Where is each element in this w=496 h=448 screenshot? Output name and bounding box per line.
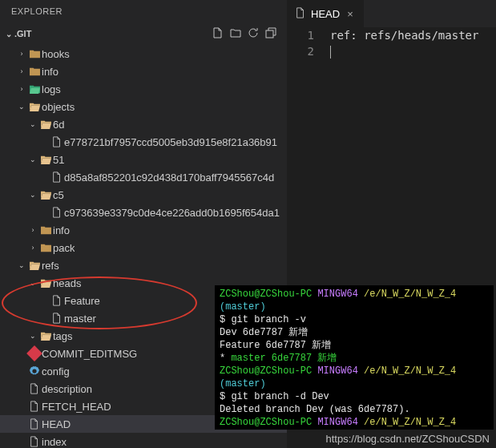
folder-open-icon [38, 155, 53, 165]
terminal-line: * master 6de7787 新增 [220, 352, 489, 365]
file-icon [50, 313, 64, 324]
tree-item-label: c5 [53, 189, 64, 201]
folder-icon [27, 49, 42, 59]
terminal-line: ZCShou@ZCShou-PC MINGW64 /e/N_W_Z/N_W_Z_… [220, 288, 489, 313]
tree-item-label: c973639e3379c0de4ce226add0b1695f654da1 [64, 207, 280, 219]
folder-open-icon [38, 278, 53, 289]
terminal-line: ZCShou@ZCShou-PC MINGW64 /e/N_W_Z/N_W_Z_… [220, 416, 489, 430]
chevron-down-icon: ⌄ [27, 120, 38, 128]
chevron-down-icon: ⌄ [27, 191, 38, 199]
tree-file-index[interactable]: index [0, 433, 287, 448]
section-header[interactable]: ⌄ .GIT [0, 24, 287, 43]
chevron-down-icon: ⌄ [16, 103, 27, 111]
folder-icon [38, 243, 53, 253]
tree-item-label: pack [53, 242, 75, 254]
git-commit-icon [27, 348, 42, 359]
tree-file-e778721bf7957ccd5005eb3d915e8f21a36b91[interactable]: e778721bf7957ccd5005eb3d915e8f21a36b91 [0, 133, 287, 151]
tree-item-label: 51 [53, 154, 64, 166]
tree-item-label: tags [53, 330, 73, 342]
tree-folder-pack[interactable]: ›pack [0, 239, 287, 256]
file-icon [27, 418, 42, 430]
folder-open-icon [38, 190, 53, 200]
tree-item-label: info [42, 66, 58, 78]
tree-item-label: logs [42, 83, 61, 95]
chevron-down-icon: ⌄ [27, 332, 38, 340]
tree-folder-info[interactable]: ›info [0, 221, 287, 239]
folder-open-icon [27, 102, 42, 112]
tree-item-label: objects [42, 101, 75, 113]
chevron-right-icon: › [27, 226, 38, 234]
file-icon [27, 383, 42, 394]
tree-item-label: COMMIT_EDITMSG [42, 348, 137, 360]
tree-folder-c5[interactable]: ⌄c5 [0, 186, 287, 204]
terminal-line: $ git branch -v [220, 313, 489, 326]
terminal-line: ZCShou@ZCShou-PC MINGW64 /e/N_W_Z/N_W_Z_… [220, 365, 489, 390]
gear-icon [27, 365, 42, 377]
folder-open-icon [38, 119, 53, 130]
tree-item-label: refs [42, 260, 59, 272]
new-folder-icon[interactable] [229, 26, 242, 41]
terminal-line: $ git branch -d Dev [220, 390, 489, 403]
chevron-right-icon: › [16, 50, 27, 58]
line-gutter: 1 2 [287, 27, 322, 59]
tree-folder-hooks[interactable]: ›hooks [0, 45, 287, 63]
explorer-title: EXPLORER [0, 0, 287, 24]
tree-item-label: FETCH_HEAD [42, 401, 111, 413]
section-name: .GIT [14, 29, 212, 38]
code-content[interactable]: ref: refs/heads/master [330, 27, 496, 59]
tree-item-label: index [42, 436, 67, 448]
line-number: 2 [287, 43, 314, 59]
file-icon [50, 207, 64, 218]
tree-folder-refs[interactable]: ⌄refs [0, 256, 287, 274]
folder-open-icon [27, 260, 42, 271]
new-file-icon[interactable] [212, 26, 224, 41]
code-line: ref: refs/heads/master [330, 27, 496, 43]
watermark: https://blog.csdn.net/ZCShouCSDN [326, 433, 490, 445]
tree-folder-logs[interactable]: ›logs [0, 80, 287, 98]
tree-item-label: heads [53, 277, 81, 289]
tree-item-label: Feature [64, 295, 100, 307]
tab-head[interactable]: HEAD × [287, 0, 365, 27]
folder-open-icon [38, 331, 53, 341]
file-icon [295, 7, 306, 21]
chevron-right-icon: › [16, 85, 27, 93]
terminal-line: Feature 6de7787 新增 [220, 339, 489, 352]
tree-item-label: config [42, 365, 70, 377]
tree-folder-objects[interactable]: ⌄objects [0, 98, 287, 115]
chevron-down-icon: ⌄ [16, 261, 27, 269]
folder-icon [38, 225, 53, 236]
file-icon [27, 436, 42, 447]
line-number: 1 [287, 27, 314, 43]
collapse-all-icon[interactable] [264, 26, 277, 41]
svg-rect-0 [266, 30, 273, 38]
tab-bar: HEAD × [287, 0, 496, 27]
tree-item-label: d85a8af852201c92d438d170baff7945567c4d [64, 172, 274, 184]
chevron-right-icon: › [27, 244, 38, 252]
file-icon [50, 136, 64, 147]
tree-folder-51[interactable]: ⌄51 [0, 151, 287, 168]
tree-item-label: hooks [42, 48, 70, 60]
tree-item-label: master [64, 313, 96, 325]
chevron-right-icon: › [16, 67, 27, 75]
tree-folder-info[interactable]: ›info [0, 63, 287, 80]
tree-file-c973639e3379c0de4ce226add0b1695f654da1[interactable]: c973639e3379c0de4ce226add0b1695f654da1 [0, 204, 287, 221]
close-icon[interactable]: × [345, 8, 356, 20]
tree-item-label: 6d [53, 119, 64, 131]
file-icon [50, 172, 64, 183]
folder-icon [27, 67, 42, 77]
tab-label: HEAD [311, 8, 340, 20]
tree-item-label: HEAD [42, 418, 71, 430]
tree-item-label: description [42, 383, 92, 395]
refresh-icon[interactable] [247, 26, 260, 41]
terminal[interactable]: ZCShou@ZCShou-PC MINGW64 /e/N_W_Z/N_W_Z_… [215, 285, 494, 430]
tree-item-label: e778721bf7957ccd5005eb3d915e8f21a36b91 [64, 136, 277, 148]
terminal-line: Dev 6de7787 新增 [220, 326, 489, 339]
chevron-down-icon: ⌄ [3, 30, 14, 38]
file-icon [50, 295, 64, 306]
code-line [330, 43, 496, 59]
folder-open-icon [27, 84, 42, 95]
file-icon [27, 401, 42, 412]
tree-folder-6d[interactable]: ⌄6d [0, 115, 287, 133]
terminal-line: Deleted branch Dev (was 6de7787). [220, 403, 489, 416]
tree-file-d85a8af852201c92d438d170baff7945567c4d[interactable]: d85a8af852201c92d438d170baff7945567c4d [0, 168, 287, 186]
